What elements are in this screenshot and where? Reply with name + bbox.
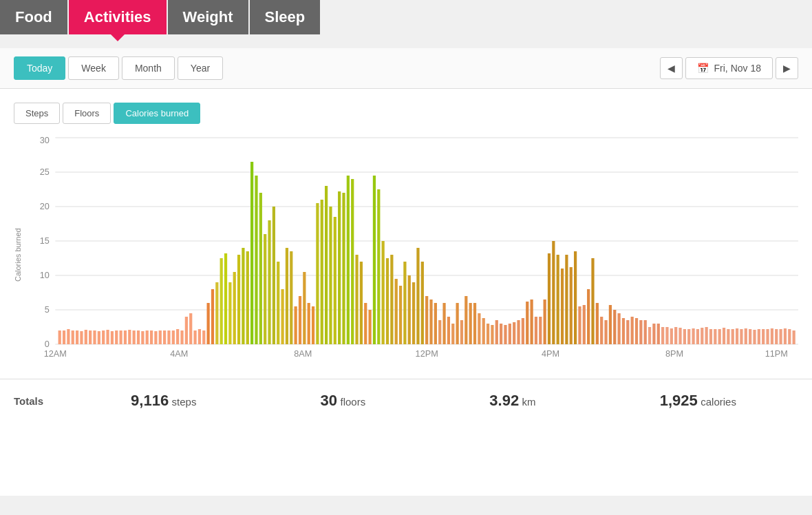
svg-rect-127 — [522, 318, 524, 344]
svg-rect-125 — [513, 322, 515, 344]
period-today[interactable]: Today — [14, 56, 65, 80]
svg-rect-124 — [509, 324, 511, 344]
date-next-button[interactable]: ▶ — [776, 57, 798, 79]
svg-rect-70 — [273, 207, 275, 344]
svg-rect-49 — [180, 330, 183, 344]
svg-rect-117 — [478, 313, 480, 344]
svg-rect-174 — [727, 329, 729, 344]
chart-btn-calories[interactable]: Calories burned — [114, 103, 200, 124]
svg-rect-75 — [295, 306, 297, 344]
svg-rect-135 — [557, 255, 559, 344]
date-prev-button[interactable]: ◀ — [660, 57, 683, 79]
svg-rect-78 — [308, 303, 310, 344]
tab-sleep[interactable]: Sleep — [250, 0, 321, 34]
svg-rect-163 — [679, 328, 681, 344]
svg-text:10: 10 — [40, 271, 50, 280]
tab-weight[interactable]: Weight — [168, 0, 248, 34]
svg-rect-97 — [390, 255, 393, 344]
svg-rect-42 — [150, 330, 153, 344]
svg-rect-145 — [600, 317, 603, 344]
svg-rect-115 — [469, 303, 472, 344]
svg-text:30: 30 — [40, 136, 50, 145]
svg-rect-21 — [58, 330, 61, 344]
svg-text:25: 25 — [40, 167, 50, 177]
period-week[interactable]: Week — [68, 56, 119, 80]
svg-rect-181 — [758, 329, 760, 344]
svg-rect-123 — [504, 325, 506, 344]
svg-rect-161 — [670, 328, 673, 344]
svg-rect-186 — [779, 329, 782, 344]
svg-rect-146 — [604, 320, 607, 344]
svg-rect-166 — [692, 328, 694, 344]
svg-rect-101 — [408, 275, 411, 344]
svg-rect-147 — [609, 305, 612, 344]
period-bar: Today Week Month Year ◀ 📅 Fri, Nov 18 ▶ — [0, 48, 812, 89]
tab-activities[interactable]: Activities — [69, 0, 167, 34]
svg-rect-131 — [539, 317, 542, 344]
svg-rect-66 — [255, 176, 257, 344]
svg-rect-126 — [517, 320, 520, 344]
svg-rect-137 — [565, 255, 568, 344]
svg-rect-116 — [473, 303, 476, 344]
svg-rect-33 — [111, 331, 114, 344]
svg-rect-114 — [464, 296, 467, 344]
svg-rect-56 — [211, 289, 214, 344]
svg-rect-46 — [167, 330, 170, 344]
svg-rect-80 — [316, 203, 319, 344]
svg-rect-96 — [386, 258, 389, 344]
svg-rect-91 — [364, 303, 367, 344]
svg-text:15: 15 — [40, 236, 50, 246]
chart-btn-steps[interactable]: Steps — [14, 103, 60, 124]
svg-rect-53 — [198, 329, 201, 344]
svg-rect-150 — [622, 318, 625, 344]
period-year[interactable]: Year — [178, 56, 223, 80]
svg-rect-111 — [451, 324, 454, 344]
svg-rect-138 — [570, 267, 573, 344]
svg-rect-158 — [657, 324, 660, 344]
svg-rect-120 — [491, 325, 493, 344]
svg-rect-61 — [233, 272, 236, 344]
date-navigation: ◀ 📅 Fri, Nov 18 ▶ — [660, 57, 798, 79]
svg-text:0: 0 — [45, 339, 50, 349]
svg-rect-100 — [403, 262, 406, 344]
chart-wrapper: Calories burned 0 5 10 — [14, 138, 798, 372]
svg-rect-28 — [89, 330, 92, 344]
svg-rect-36 — [124, 330, 127, 344]
svg-rect-95 — [382, 241, 385, 344]
svg-rect-148 — [613, 310, 616, 344]
svg-rect-64 — [246, 251, 249, 344]
svg-rect-109 — [442, 303, 445, 344]
svg-rect-34 — [115, 330, 118, 344]
svg-rect-110 — [447, 317, 450, 344]
y-axis-label: Calories burned — [14, 138, 22, 372]
svg-rect-38 — [133, 330, 136, 344]
top-navigation: Food Activities Weight Sleep — [0, 0, 812, 34]
svg-rect-168 — [701, 328, 703, 344]
svg-rect-86 — [342, 193, 345, 344]
svg-rect-121 — [495, 320, 498, 344]
svg-rect-35 — [119, 330, 122, 344]
svg-rect-27 — [85, 330, 87, 344]
main-content: Today Week Month Year ◀ 📅 Fri, Nov 18 ▶ … — [0, 48, 812, 496]
svg-rect-37 — [128, 330, 131, 344]
svg-rect-98 — [395, 279, 398, 344]
svg-text:8PM: 8PM — [665, 349, 683, 359]
date-display: 📅 Fri, Nov 18 — [685, 57, 773, 79]
svg-rect-22 — [63, 330, 65, 344]
svg-rect-32 — [106, 330, 109, 344]
svg-rect-31 — [102, 330, 105, 344]
svg-rect-139 — [574, 251, 577, 344]
svg-rect-128 — [526, 302, 528, 344]
svg-rect-175 — [731, 329, 734, 344]
svg-rect-52 — [193, 330, 196, 344]
svg-rect-47 — [172, 330, 175, 344]
svg-rect-48 — [176, 329, 179, 344]
svg-text:4AM: 4AM — [170, 349, 188, 359]
svg-text:11PM: 11PM — [765, 349, 788, 359]
svg-rect-51 — [189, 313, 192, 344]
svg-rect-167 — [696, 329, 699, 344]
tab-food[interactable]: Food — [0, 0, 67, 34]
totals-floors-unit-text: floors — [341, 396, 366, 408]
period-month[interactable]: Month — [122, 56, 175, 80]
chart-btn-floors[interactable]: Floors — [63, 103, 111, 124]
